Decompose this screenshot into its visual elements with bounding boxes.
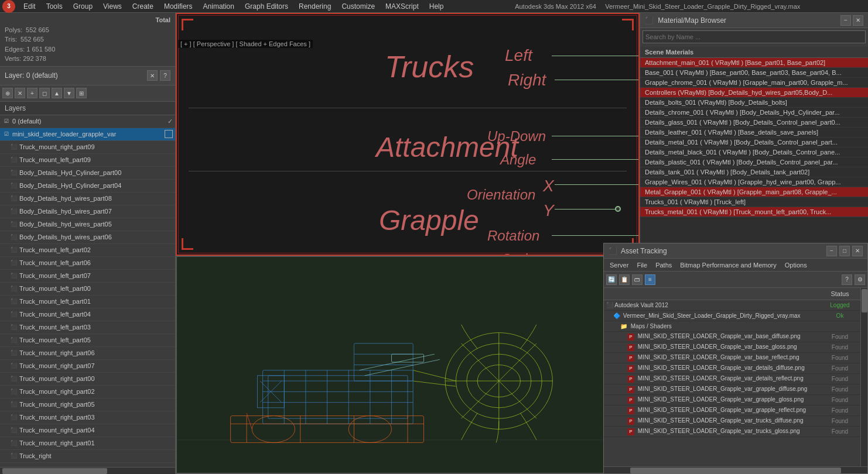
- layer-item-tml01[interactable]: ⬛ Truck_mount_left_part01: [0, 296, 175, 308]
- layer-item-mini-skid[interactable]: ☑ mini_skid_steer_loader_grapple_var: [0, 128, 175, 141]
- mat-minimize-btn[interactable]: −: [840, 15, 851, 26]
- menu-customize[interactable]: Customize: [337, 1, 380, 12]
- mat-item-trucks-metal[interactable]: Trucks_metal_001 ( VRayMtl ) [Truck_moun…: [640, 207, 868, 217]
- asset-file-row-6[interactable]: P MINI_SKID_STEER_LOADER_Grapple_var_gra…: [604, 395, 860, 406]
- layer-delete-btn[interactable]: ✕: [15, 88, 25, 98]
- menu-animation[interactable]: Animation: [199, 1, 239, 12]
- asset-tb-btn1[interactable]: 🔄: [606, 274, 617, 285]
- asset-file-row-1[interactable]: P MINI_SKID_STEER_LOADER_Grapple_var_bas…: [604, 342, 860, 353]
- mat-item-metal-grapple[interactable]: Metal_Grapple_001 ( VRayMtl ) [Grapple_m…: [640, 187, 868, 197]
- layer-item-tmr00[interactable]: ⬛ Truck_mount_right_part00: [0, 373, 175, 386]
- asset-menu-paths[interactable]: Paths: [652, 261, 675, 269]
- asset-file-row-7[interactable]: P MINI_SKID_STEER_LOADER_Grapple_var_gra…: [604, 406, 860, 416]
- menu-group[interactable]: Group: [69, 1, 97, 12]
- layer-item-tml03[interactable]: ⬛ Truck_mount_left_part03: [0, 321, 175, 334]
- asset-tb-btn4[interactable]: ≡: [645, 274, 655, 285]
- layer-item-tml05[interactable]: ⬛ Truck_mount_left_part05: [0, 334, 175, 347]
- layer-item-tml07[interactable]: ⬛ Truck_mount_left_part07: [0, 270, 175, 283]
- asset-tb-settings[interactable]: ⚙: [855, 274, 865, 285]
- asset-file-row-5[interactable]: P MINI_SKID_STEER_LOADER_Grapple_var_gra…: [604, 384, 860, 395]
- asset-file-row-8[interactable]: P MINI_SKID_STEER_LOADER_Grapple_var_tru…: [604, 416, 860, 427]
- layer-add-btn[interactable]: +: [27, 88, 37, 98]
- asset-file-row-9[interactable]: P MINI_SKID_STEER_LOADER_Grapple_var_tru…: [604, 427, 860, 437]
- mat-item-grapple-chrome[interactable]: Grapple_chrome_001 ( VRayMtl ) [Grapple_…: [640, 78, 868, 88]
- layer-scrollbar[interactable]: [0, 467, 175, 474]
- schematic-view[interactable]: Trucks Left Right Attachment Up-Down Ang…: [176, 13, 640, 256]
- layer-item-tmr06[interactable]: ⬛ Truck_mount_right_part06: [0, 347, 175, 360]
- asset-tb-help[interactable]: ?: [842, 274, 852, 285]
- layer-move-dn-btn[interactable]: ▼: [64, 88, 74, 98]
- layer-item-bdhw08[interactable]: ⬛ Body_Details_hyd_wires_part08: [0, 193, 175, 205]
- layer-expand-btn[interactable]: ⊞: [76, 88, 87, 98]
- viewport-3d[interactable]: [176, 256, 640, 474]
- layer-item-bdhw07[interactable]: ⬛ Body_Details_hyd_wires_part07: [0, 205, 175, 218]
- menu-views[interactable]: Views: [98, 1, 127, 12]
- asset-row-maps-folder[interactable]: 📁 Maps / Shaders: [604, 321, 860, 332]
- mat-item-glass[interactable]: Details_glass_001 ( VRayMtl ) [Body_Deta…: [640, 118, 868, 128]
- mat-close-btn[interactable]: ✕: [853, 15, 863, 26]
- mat-item-plastic[interactable]: Details_plastic_001 ( VRayMtl ) [Body_De…: [640, 157, 868, 167]
- layer-move-up-btn[interactable]: ▲: [52, 88, 62, 98]
- asset-menu-options[interactable]: Options: [781, 261, 811, 269]
- menu-tools[interactable]: Tools: [42, 1, 67, 12]
- asset-file-row-4[interactable]: P MINI_SKID_STEER_LOADER_Grapple_var_det…: [604, 374, 860, 384]
- layer-item-bdhc04[interactable]: ⬛ Body_Details_Hyd_Cylinder_part04: [0, 180, 175, 193]
- asset-close-btn[interactable]: ✕: [852, 246, 863, 256]
- layer-help-btn[interactable]: ?: [160, 70, 170, 81]
- layer-item-tml02[interactable]: ⬛ Truck_mount_left_part02: [0, 244, 175, 257]
- menu-rendering[interactable]: Rendering: [294, 1, 336, 12]
- asset-file-row-2[interactable]: P MINI_SKID_STEER_LOADER_Grapple_var_bas…: [604, 353, 860, 363]
- asset-tb-btn3[interactable]: 🗃: [632, 274, 643, 285]
- asset-scrollbar[interactable]: [860, 288, 867, 466]
- layer-item-tml09[interactable]: ⬛ Truck_mount_left_part09: [0, 154, 175, 167]
- asset-file-row-0[interactable]: P MINI_SKID_STEER_LOADER_Grapple_var_bas…: [604, 332, 860, 342]
- asset-minimize-btn[interactable]: −: [826, 246, 837, 256]
- asset-tb-btn2[interactable]: 📋: [619, 274, 630, 285]
- layer-select-btn[interactable]: ◻: [39, 88, 50, 98]
- mat-item-grapple-wires[interactable]: Grapple_Wires_001 ( VRayMtl ) [Grapple_h…: [640, 177, 868, 187]
- menu-graph-editors[interactable]: Graph Editors: [240, 1, 293, 12]
- layer-item-tmr01[interactable]: ⬛ Truck_mount_right_part01: [0, 437, 175, 450]
- asset-restore-btn[interactable]: □: [839, 246, 850, 256]
- layer-item-tmr09[interactable]: ⬛ Truck_mount_right_part09: [0, 141, 175, 154]
- layer-item-truck-right[interactable]: ⬛ Truck_right: [0, 450, 175, 463]
- mat-search-input[interactable]: [643, 30, 866, 43]
- asset-row-vault[interactable]: ⬛ Autodesk Vault 2012 Logged: [604, 300, 860, 311]
- layer-item-bdhw05[interactable]: ⬛ Body_Details_hyd_wires_part05: [0, 218, 175, 231]
- layer-item-0default[interactable]: ☑ 0 (default) ✓: [0, 115, 175, 128]
- layer-item-bdhc00[interactable]: ⬛ Body_Details_Hyd_Cylinder_part00: [0, 167, 175, 180]
- menu-create[interactable]: Create: [128, 1, 158, 12]
- mat-item-attachment[interactable]: Attachment_main_001 ( VRayMtl ) [Base_pa…: [640, 58, 868, 68]
- asset-row-main-file[interactable]: 🔷 Vermeer_Mini_Skid_Steer_Loader_Grapple…: [604, 311, 860, 321]
- asset-menu-file[interactable]: File: [633, 261, 651, 269]
- layer-list[interactable]: ☑ 0 (default) ✓ ☑ mini_skid_steer_loader…: [0, 115, 175, 468]
- mat-item-tank[interactable]: Details_tank_001 ( VRayMtl ) [Body_Detai…: [640, 167, 868, 177]
- menu-modifiers[interactable]: Modifiers: [159, 1, 197, 12]
- layer-close-btn[interactable]: ✕: [147, 70, 158, 81]
- layer-item-tml00[interactable]: ⬛ Truck_mount_left_part00: [0, 283, 175, 296]
- menu-edit[interactable]: Edit: [19, 1, 40, 12]
- mat-item-base[interactable]: Base_001 ( VRayMtl ) [Base_part00, Base_…: [640, 68, 868, 78]
- mat-item-controllers[interactable]: Controllers (VRayMtl) [Body_Details_hyd_…: [640, 88, 868, 98]
- asset-menu-bitmap-perf[interactable]: Bitmap Performance and Memory: [676, 261, 780, 269]
- layer-item-tmr03[interactable]: ⬛ Truck_mount_right_part03: [0, 411, 175, 424]
- mat-item-trucks001[interactable]: Trucks_001 ( VRayMtl ) [Truck_left]: [640, 197, 868, 207]
- layer-item-tml04[interactable]: ⬛ Truck_mount_left_part04: [0, 308, 175, 321]
- asset-content[interactable]: Status ⬛ Autodesk Vault 2012 Logged 🔷 Ve…: [604, 288, 860, 466]
- layer-item-bdhw06[interactable]: ⬛ Body_Details_hyd_wires_part06: [0, 231, 175, 244]
- layer-item-tmr05[interactable]: ⬛ Truck_mount_right_part05: [0, 399, 175, 411]
- asset-menu-server[interactable]: Server: [606, 261, 632, 269]
- menu-maxscript[interactable]: MAXScript: [381, 1, 423, 12]
- layer-new-btn[interactable]: ⊕: [2, 88, 13, 98]
- mat-item-chrome[interactable]: Details_chrome_001 ( VRayMtl ) [Body_Det…: [640, 108, 868, 118]
- mat-item-metal-black[interactable]: Details_metal_black_001 ( VRayMtl ) [Bod…: [640, 147, 868, 157]
- layer-item-tmr04[interactable]: ⬛ Truck_mount_right_part04: [0, 424, 175, 437]
- mat-item-bolts[interactable]: Details_bolts_001 (VRayMtl) [Body_Detail…: [640, 98, 868, 108]
- mat-item-metal001[interactable]: Details_metal_001 ( VRayMtl ) [Body_Deta…: [640, 138, 868, 147]
- menu-help[interactable]: Help: [425, 1, 449, 12]
- layer-item-tmr07[interactable]: ⬛ Truck_mount_right_part07: [0, 360, 175, 373]
- asset-hscrollbar[interactable]: [604, 466, 867, 473]
- material-list[interactable]: Attachment_main_001 ( VRayMtl ) [Base_pa…: [640, 58, 868, 258]
- layer-item-tmr02[interactable]: ⬛ Truck_mount_right_part02: [0, 386, 175, 399]
- layer-item-tml06[interactable]: ⬛ Truck_mount_left_part06: [0, 257, 175, 270]
